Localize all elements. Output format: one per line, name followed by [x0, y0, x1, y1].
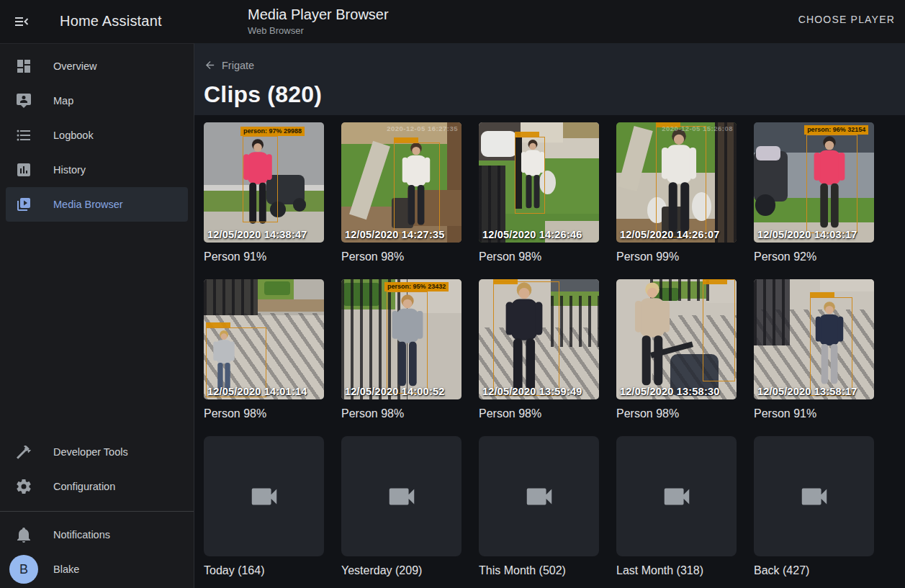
- hammer-icon: [15, 443, 32, 461]
- folder-item[interactable]: This Month (502): [479, 436, 599, 577]
- clip-thumbnail[interactable]: 12/05/2020 13:58:30: [616, 279, 737, 399]
- folder-item[interactable]: Back (427): [754, 436, 874, 577]
- sidebar-item-user[interactable]: B Blake: [6, 552, 188, 587]
- clip-timestamp: 12/05/2020 14:00:52: [345, 386, 444, 397]
- detection-label-small: [810, 292, 834, 297]
- scene-shape: [755, 194, 775, 216]
- clip-timestamp: 12/05/2020 14:01:14: [207, 386, 307, 397]
- detection-label-small: [394, 137, 418, 143]
- media-browser-content[interactable]: person: 97% 2998812/05/2020 14:38:47Pers…: [194, 115, 905, 588]
- detection-bounding-box: [656, 126, 706, 238]
- scene-shape: [264, 281, 291, 294]
- sidebar: OverviewMapLogbookHistoryMedia Browser D…: [0, 43, 194, 588]
- folder-caption: Yesterday (209): [341, 564, 461, 577]
- clip-timestamp: 12/05/2020 14:03:17: [757, 229, 857, 240]
- play-box-multiple-icon: [15, 196, 32, 213]
- clip-item[interactable]: 2020-12-05 16:27:3512/05/2020 14:27:35Pe…: [341, 122, 461, 263]
- clip-caption: Person 91%: [204, 250, 324, 263]
- app-title: Home Assistant: [60, 13, 162, 30]
- clip-item[interactable]: 12/05/2020 13:58:30Person 98%: [616, 279, 737, 420]
- clip-timestamp: 12/05/2020 14:26:46: [482, 229, 582, 240]
- sidebar-nav: OverviewMapLogbookHistoryMedia Browser: [0, 44, 194, 222]
- folder-caption: Today (164): [204, 564, 324, 577]
- detection-bounding-box: [810, 297, 852, 396]
- clip-thumbnail[interactable]: 12/05/2020 14:01:14: [204, 279, 324, 399]
- video-icon: [523, 480, 556, 513]
- clip-caption: Person 98%: [341, 407, 461, 420]
- folder-caption: Last Month (318): [616, 564, 737, 577]
- user-name: Blake: [53, 564, 79, 575]
- clip-timestamp: 12/05/2020 13:58:17: [757, 386, 857, 397]
- choose-player-button[interactable]: CHOOSE PLAYER: [798, 14, 895, 25]
- sidebar-item-notifications[interactable]: Notifications: [6, 517, 188, 552]
- video-icon: [248, 480, 281, 513]
- detection-label: person: 95% 23432: [384, 282, 449, 291]
- clip-timestamp: 12/05/2020 13:58:30: [620, 386, 719, 397]
- avatar: B: [9, 555, 38, 584]
- sidebar-item-label: Media Browser: [53, 199, 123, 210]
- video-icon: [798, 480, 831, 513]
- clip-thumbnail[interactable]: person: 96% 3215412/05/2020 14:03:17: [754, 122, 874, 243]
- clip-timestamp: 12/05/2020 14:26:07: [620, 229, 719, 240]
- detection-label: person: 96% 32154: [804, 125, 868, 135]
- clip-thumbnail[interactable]: person: 95% 2343212/05/2020 14:00:52: [341, 279, 461, 399]
- fence-overlay: [204, 279, 258, 315]
- sidebar-item-label: Notifications: [53, 529, 110, 540]
- scene-shape: [756, 146, 780, 160]
- clip-timestamp: 12/05/2020 14:27:35: [345, 229, 444, 240]
- clip-item[interactable]: 2020-12-05 15:26:0812/05/2020 14:26:07Pe…: [616, 122, 737, 263]
- sidebar-item-history[interactable]: History: [6, 153, 188, 187]
- sidebar-item-media-browser[interactable]: Media Browser: [6, 187, 188, 222]
- folder-thumbnail[interactable]: [754, 436, 874, 556]
- clip-item[interactable]: person: 96% 3215412/05/2020 14:03:17Pers…: [754, 122, 874, 263]
- folder-caption: Back (427): [754, 564, 874, 577]
- folder-thumbnail[interactable]: [341, 436, 461, 556]
- detection-bounding-box: [394, 143, 439, 232]
- clip-thumbnail[interactable]: 2020-12-05 15:26:0812/05/2020 14:26:07: [616, 122, 737, 243]
- page-title: Media Player Browser: [248, 6, 389, 23]
- clip-thumbnail[interactable]: 2020-12-05 16:27:3512/05/2020 14:27:35: [341, 122, 461, 243]
- clip-caption: Person 99%: [616, 250, 737, 263]
- detection-bounding-box: [387, 291, 428, 394]
- sidebar-item-label: History: [53, 164, 86, 176]
- folder-item[interactable]: Last Month (318): [616, 436, 737, 577]
- page-heading: Clips (820): [204, 81, 905, 108]
- clip-thumbnail[interactable]: person: 97% 2998812/05/2020 14:38:47: [204, 122, 324, 243]
- chart-box-icon: [15, 161, 32, 178]
- clip-timestamp: 12/05/2020 13:59:49: [482, 386, 582, 397]
- folder-item[interactable]: Yesterday (209): [341, 436, 461, 577]
- clip-item[interactable]: 12/05/2020 13:58:17Person 91%: [754, 279, 874, 420]
- clip-item[interactable]: 12/05/2020 14:01:14Person 98%: [204, 279, 324, 420]
- folder-thumbnail[interactable]: [204, 436, 324, 556]
- app-header: Home Assistant Media Player Browser Web …: [0, 0, 905, 43]
- sidebar-item-developer-tools[interactable]: Developer Tools: [6, 435, 188, 469]
- sidebar-item-configuration[interactable]: Configuration: [6, 469, 188, 504]
- arrow-left-icon: [204, 59, 216, 71]
- clip-thumbnail[interactable]: 12/05/2020 13:58:17: [754, 279, 874, 399]
- scene-shape: [820, 279, 874, 291]
- folder-thumbnail[interactable]: [479, 436, 599, 556]
- folder-thumbnail[interactable]: [616, 436, 737, 556]
- detection-label-small: [515, 132, 539, 137]
- clip-thumbnail[interactable]: 12/05/2020 13:59:49: [479, 279, 599, 399]
- sidebar-toggle-button[interactable]: [13, 13, 30, 30]
- breadcrumb[interactable]: Frigate: [204, 59, 254, 71]
- clip-item[interactable]: person: 95% 2343212/05/2020 14:00:52Pers…: [341, 279, 461, 420]
- tooltip-account-icon: [15, 92, 32, 109]
- detection-bounding-box: [243, 136, 277, 222]
- detection-bounding-box: [703, 279, 735, 381]
- sidebar-item-logbook[interactable]: Logbook: [6, 118, 188, 153]
- clip-item[interactable]: 12/05/2020 13:59:49Person 98%: [479, 279, 599, 420]
- clip-item[interactable]: person: 97% 2998812/05/2020 14:38:47Pers…: [204, 122, 324, 263]
- sidebar-item-label: Configuration: [53, 481, 115, 492]
- clip-caption: Person 98%: [204, 407, 324, 420]
- clip-thumbnail[interactable]: 12/05/2020 14:26:46: [479, 122, 599, 243]
- sidebar-item-label: Developer Tools: [53, 446, 128, 458]
- folder-item[interactable]: Today (164): [204, 436, 324, 577]
- video-icon: [660, 480, 693, 513]
- sidebar-item-map[interactable]: Map: [6, 83, 188, 118]
- clip-caption: Person 98%: [341, 250, 461, 263]
- clip-item[interactable]: 12/05/2020 14:26:46Person 98%: [479, 122, 599, 263]
- sidebar-item-overview[interactable]: Overview: [6, 49, 188, 83]
- sidebar-item-label: Map: [53, 95, 73, 107]
